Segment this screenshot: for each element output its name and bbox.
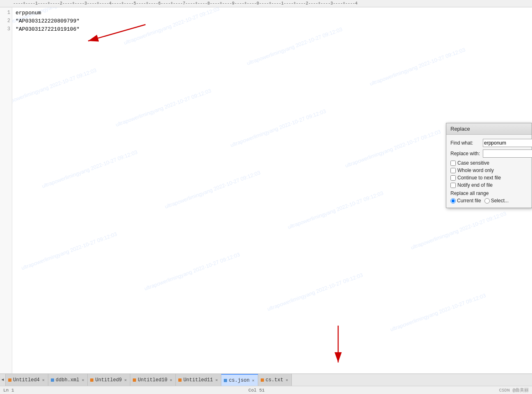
tab-close-button[interactable]: ✕ [214, 378, 218, 383]
notify-end-label: Notify end of file [457, 182, 493, 188]
tab-scroll-left[interactable]: ◄ [0, 374, 6, 386]
replace-all-range-label: Replace all range [450, 190, 527, 196]
tab-item[interactable]: cs.txt✕ [258, 374, 292, 386]
find-what-row: Find what: [450, 139, 527, 147]
text-line: erpponum [16, 9, 529, 17]
notify-end-row: Notify end of file [450, 182, 527, 188]
tab-file-icon [51, 378, 54, 382]
status-csdn: CSDN @曲美丽 [499, 387, 529, 393]
tab-label: Untitled10 [138, 377, 167, 383]
selection-radio-label: Select... [491, 198, 509, 204]
whole-word-label: Whole word only [457, 168, 494, 173]
selection-radio[interactable] [484, 198, 490, 204]
tab-file-icon [133, 378, 136, 382]
line-number: 3 [0, 25, 10, 34]
status-col: Col 51 [248, 388, 265, 393]
tab-item[interactable]: Untitled11✕ [176, 374, 221, 386]
tab-item[interactable]: Untitled10✕ [130, 374, 176, 386]
tab-close-button[interactable]: ✕ [123, 378, 127, 383]
notify-end-checkbox[interactable] [450, 183, 456, 188]
find-what-label: Find what: [450, 140, 481, 146]
tab-label: Untitled4 [13, 377, 40, 383]
replace-with-label: Replace with: [450, 151, 481, 156]
tab-close-button[interactable]: ✕ [81, 378, 85, 383]
current-file-radio[interactable] [450, 198, 456, 204]
tab-file-icon [178, 378, 182, 382]
replace-dialog: Replace Find what: Replace with: Case se… [446, 123, 532, 208]
text-line: "AP0303122220809799" [16, 17, 529, 25]
tab-close-button[interactable]: ✕ [251, 378, 255, 383]
dialog-title: Replace [446, 123, 532, 135]
selection-radio-item: Select... [484, 198, 509, 204]
tab-label: Untitled9 [95, 377, 122, 383]
tab-item[interactable]: cs.json✕ [221, 374, 258, 386]
tab-file-icon [224, 379, 227, 382]
tab-item[interactable]: Untitled4✕ [6, 374, 48, 386]
editor-area: ----+----1----+----2----+----3----+----4… [0, 0, 532, 394]
case-sensitive-label: Case sensitive [457, 160, 489, 166]
case-sensitive-row: Case sensitive [450, 160, 527, 166]
tab-label: cs.txt [266, 377, 283, 383]
replace-range-radio-row: Current file Select... [450, 198, 527, 204]
replace-with-row: Replace with: [450, 149, 527, 158]
continue-next-checkbox[interactable] [450, 175, 456, 181]
line-numbers: 123 [0, 7, 12, 374]
tab-item[interactable]: Untitled9✕ [88, 374, 130, 386]
ruler-text: ----+----1----+----2----+----3----+----4… [12, 1, 357, 6]
whole-word-checkbox[interactable] [450, 168, 456, 173]
tab-label: Untitled11 [183, 377, 213, 383]
tab-close-button[interactable]: ✕ [285, 378, 289, 383]
current-file-radio-label: Current file [457, 198, 481, 204]
tab-label: ddbh.xml [56, 377, 80, 383]
tab-file-icon [90, 378, 93, 382]
tab-bar: ◄ Untitled4✕ddbh.xml✕Untitled9✕Untitled1… [0, 374, 532, 386]
status-bar: Ln 1 Col 51 CSDN @曲美丽 [0, 386, 532, 394]
dialog-body: Find what: Replace with: Case sensitive … [446, 135, 532, 208]
ruler: ----+----1----+----2----+----3----+----4… [0, 0, 532, 7]
status-ln: Ln 1 [3, 388, 14, 393]
find-what-input[interactable] [483, 139, 532, 147]
tab-item[interactable]: ddbh.xml✕ [48, 374, 88, 386]
tab-close-button[interactable]: ✕ [169, 378, 173, 383]
whole-word-row: Whole word only [450, 168, 527, 173]
line-number: 1 [0, 9, 10, 17]
text-line: "AP0303127221019106" [16, 25, 529, 34]
replace-with-input[interactable] [483, 149, 532, 158]
line-number: 2 [0, 17, 10, 25]
tab-file-icon [8, 378, 11, 382]
continue-next-row: Continue to next file [450, 175, 527, 181]
continue-next-label: Continue to next file [457, 175, 501, 181]
tab-close-button[interactable]: ✕ [41, 378, 45, 383]
case-sensitive-checkbox[interactable] [450, 161, 456, 166]
current-file-radio-item: Current file [450, 198, 481, 204]
tab-label: cs.json [229, 378, 249, 383]
tab-file-icon [261, 378, 264, 382]
